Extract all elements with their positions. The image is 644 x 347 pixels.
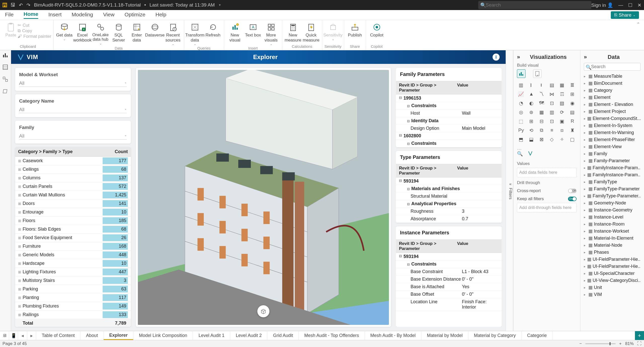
viz-type-icon[interactable]: 📈 [517, 91, 525, 98]
viz-type-icon[interactable]: ⋈ [548, 91, 556, 98]
data-table-item[interactable]: ▸▦Instance-Workset [584, 228, 640, 235]
expand-icon[interactable]: ⊞ [18, 219, 23, 223]
data-table-item[interactable]: ▸▦Element-In-System [584, 122, 640, 129]
page-tab[interactable]: Level Audit 2 [230, 331, 267, 340]
share-button[interactable]: ⎘ Share ⌄ [611, 11, 639, 19]
page-tab[interactable]: Grid Audit [267, 331, 299, 340]
new-visual-button[interactable]: +New visual [226, 21, 244, 42]
param-row[interactable]: Base Extension Distance0' - 0" [396, 276, 502, 283]
param-row[interactable]: HostWall [396, 110, 502, 117]
filters-rail[interactable]: « Filters [506, 50, 513, 331]
data-table-item[interactable]: ▸▦Instance-Room [584, 221, 640, 228]
viz-type-icon[interactable]: ♜ [568, 127, 577, 134]
maximize-button[interactable]: ☐ [628, 2, 632, 8]
data-table-item[interactable]: ▸▦Geometry-Node [584, 199, 640, 206]
viz-type-icon[interactable]: ◇ [548, 136, 556, 143]
expand-icon[interactable]: ⊞ [18, 167, 23, 171]
viz-type-icon[interactable]: ⊚ [527, 109, 536, 116]
menu-optimize[interactable]: Optimize [125, 12, 145, 19]
param-row[interactable]: Base ConstraintL1 - Block 43 [396, 268, 502, 276]
viz-type-icon[interactable]: ⊟ [538, 118, 546, 125]
viz-type-icon[interactable]: ▧ [558, 100, 566, 107]
get-data-button[interactable]: Get data⌄ [56, 21, 73, 41]
collapse-icon[interactable]: ⊟ [407, 119, 410, 123]
expand-icon[interactable]: ⊞ [18, 253, 23, 257]
publish-button[interactable]: Publish [346, 21, 364, 38]
viz-type-icon[interactable]: ▤ [548, 81, 556, 89]
page-tab[interactable]: Model Link Composition [133, 331, 193, 340]
global-search-input[interactable] [478, 1, 591, 9]
collapse-icon[interactable]: ⊟ [407, 263, 410, 266]
viz-type-icon[interactable]: ◔ [517, 100, 525, 107]
menu-view[interactable]: View [103, 12, 114, 19]
table-row[interactable]: ⊞Floors: Slab Edges68 [15, 225, 131, 234]
param-row[interactable]: Structural Material [396, 193, 502, 200]
viz-type-icon[interactable]: ☶ [558, 91, 566, 98]
collapse-icon[interactable]: ⊟ [399, 179, 404, 184]
mobile-layout-icon[interactable]: 📱 [9, 331, 18, 340]
paste-button[interactable]: Paste [5, 21, 17, 38]
page-tab[interactable]: Categorie [521, 331, 552, 340]
table-row[interactable]: ⊞Entourage10 [15, 208, 131, 216]
page-tab[interactable]: Mesh Audit - Top Offenders [299, 331, 365, 340]
viz-type-icon[interactable]: 🗺 [538, 100, 546, 107]
table-view-icon[interactable] [3, 64, 9, 70]
expand-icon[interactable]: ⊞ [18, 210, 23, 214]
param-row[interactable]: ⊟593194 [396, 253, 502, 261]
expand-icon[interactable]: ⊞ [18, 296, 23, 300]
format-painter-button[interactable]: 🖌Format painter [18, 34, 51, 39]
data-table-item[interactable]: ▸▦Element - Elevation [584, 101, 640, 108]
param-row[interactable]: ⊟1996153 [396, 95, 502, 102]
fit-page-button[interactable]: ⛶ [637, 341, 641, 346]
expand-icon[interactable]: ⊞ [18, 185, 23, 189]
data-table-item[interactable]: ▸▦FamilyType-Parameter [584, 185, 640, 192]
title-dropdown-icon[interactable]: ▼ [218, 3, 221, 7]
copilot-button[interactable]: Copilot [368, 21, 386, 38]
zoom-out-button[interactable]: − [579, 341, 582, 346]
param-row[interactable]: ⊟Identity Data [396, 117, 502, 125]
collapse-data-icon[interactable]: » [584, 54, 587, 60]
data-table-item[interactable]: ▸▦Family [584, 150, 640, 157]
page-tab[interactable]: Explorer [104, 331, 133, 340]
table-row[interactable]: ⊞Parking63 [15, 285, 131, 293]
viz-type-icon[interactable]: ⧉ [538, 127, 546, 134]
data-table-item[interactable]: ▸▦UI-SpecialCharacter [584, 270, 640, 277]
viz-type-icon[interactable]: ⫿ [527, 81, 536, 89]
expand-icon[interactable]: ⊞ [18, 313, 23, 317]
viz-type-icon[interactable]: ▣ [558, 118, 566, 125]
param-row[interactable]: ⊟Analytical Properties [396, 200, 502, 208]
build-visual-tab[interactable] [517, 69, 526, 78]
viz-search-icon[interactable]: 🔍 [517, 151, 523, 157]
cross-report-toggle[interactable]: Off [568, 189, 577, 193]
page-tab[interactable]: Table of Content [36, 331, 80, 340]
menu-modeling[interactable]: Modeling [72, 12, 93, 19]
expand-icon[interactable]: ⊞ [18, 193, 23, 197]
redo-icon[interactable]: ↷ [26, 2, 30, 8]
menu-help[interactable]: Help [155, 12, 166, 19]
tab-next-icon[interactable]: ▸ [27, 331, 36, 340]
viz-type-icon[interactable]: ⧈ [558, 127, 566, 134]
param-row[interactable]: Base is AttachedYes [396, 283, 502, 291]
refresh-button[interactable]: Refresh [204, 21, 222, 38]
viz-type-icon[interactable]: ◎ [517, 109, 525, 116]
dataverse-button[interactable]: Dataverse [146, 21, 164, 38]
onelake-button[interactable]: OneLake data hub⌄ [92, 21, 109, 46]
values-well[interactable]: Add data fields here [517, 168, 577, 177]
tab-prev-icon[interactable]: ◂ [18, 331, 27, 340]
excel-button[interactable]: XExcel workbook [74, 21, 91, 42]
data-table-item[interactable]: ▸▦Element-In-Warning [584, 129, 640, 136]
report-view-icon[interactable] [3, 52, 9, 58]
expand-icon[interactable]: ⊞ [18, 202, 23, 206]
collapse-viz-icon[interactable]: » [517, 54, 520, 60]
viz-type-icon[interactable]: ▢ [568, 136, 577, 143]
viz-type-icon[interactable]: ⬒ [517, 136, 525, 143]
viz-type-icon[interactable]: Py [517, 127, 525, 134]
add-page-button[interactable]: + [635, 331, 644, 340]
zoom-in-button[interactable]: + [619, 341, 622, 346]
data-table-item[interactable]: ▸▦FamilyInstance-Param... [584, 171, 640, 178]
data-table-item[interactable]: ▸▦Phases [584, 249, 640, 256]
menu-insert[interactable]: Insert [48, 12, 62, 19]
expand-icon[interactable]: ⊞ [18, 236, 23, 240]
data-table-item[interactable]: ▸▦Unit [584, 284, 640, 291]
data-table-item[interactable]: ▸▦MeasureTable [584, 73, 640, 80]
